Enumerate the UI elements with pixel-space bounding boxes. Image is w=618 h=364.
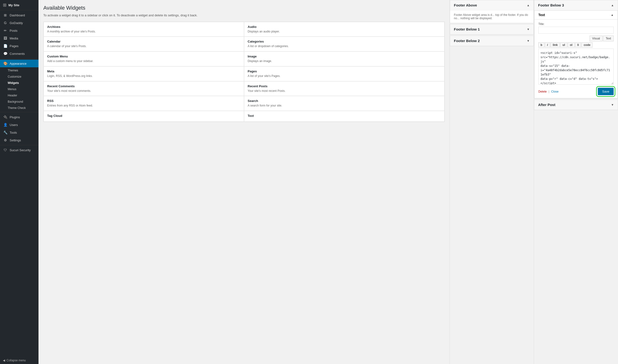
tab-text[interactable]: Text — [603, 36, 614, 41]
sidebar-item-label: Plugins — [10, 115, 20, 119]
list-item[interactable]: Tag Cloud — [43, 111, 244, 122]
editor-toolbar: b i link ul ol li code — [538, 42, 614, 48]
sidebar-item-dashboard[interactable]: ⊞ Dashboard — [0, 11, 39, 19]
right-panel-column: Footer Below 3 ▲ Text ▲ Title: — [534, 0, 618, 364]
ol-button[interactable]: ol — [568, 42, 575, 48]
sidebar-item-label: Settings — [10, 139, 21, 142]
tab-visual[interactable]: Visual — [590, 36, 603, 41]
widget-name: Search — [248, 99, 441, 103]
list-item[interactable]: Calendar A calendar of your site's Posts… — [43, 37, 244, 52]
footer-below-2-header[interactable]: Footer Below 2 ▼ — [450, 36, 534, 46]
after-post-header[interactable]: After Post ▼ — [534, 100, 618, 110]
widget-name: Tag Cloud — [47, 114, 240, 117]
widget-action-links: Delete | Close — [538, 90, 559, 93]
sidebar-item-posts[interactable]: ✏ Posts — [0, 27, 39, 34]
footer-below-3-title: Footer Below 3 — [538, 3, 564, 7]
code-button[interactable]: code — [581, 42, 592, 48]
footer-below-2-panel: Footer Below 2 ▼ — [450, 36, 534, 46]
separator — [0, 145, 39, 145]
list-item[interactable]: Pages A list of your site's Pages. — [244, 66, 444, 81]
list-item[interactable]: Search A search form for your site. — [244, 96, 444, 111]
delete-link[interactable]: Delete — [538, 90, 547, 93]
sidebar-item-label: Comments — [10, 52, 25, 55]
footer-below-3-header[interactable]: Footer Below 3 ▲ — [534, 0, 618, 10]
footer-below-1-header[interactable]: Footer Below 1 ▼ — [450, 24, 534, 34]
widget-desc: Your site's most recent comments. — [47, 89, 240, 93]
widget-area: Available Widgets To activate a widget d… — [39, 0, 450, 364]
wordpress-icon: ⊞ — [3, 2, 6, 8]
list-item[interactable]: Image Displays an image. — [244, 52, 444, 66]
list-item[interactable]: Categories A list or dropdown of categor… — [244, 37, 444, 52]
li-button[interactable]: li — [575, 42, 581, 48]
sidebar-item-menus[interactable]: Menus — [0, 86, 39, 92]
collapse-icon: ◀ — [3, 359, 5, 362]
list-item[interactable]: Custom Menu Add a custom menu to your si… — [43, 52, 244, 66]
sidebar-item-customize[interactable]: Customize — [0, 74, 39, 80]
sidebar-item-label: Dashboard — [10, 13, 25, 17]
title-input[interactable] — [538, 27, 614, 34]
editor-content-area[interactable]: <script id="sucuri-s" src="https://cdn.s… — [538, 49, 614, 85]
widget-desc: A list of your site's Pages. — [248, 74, 441, 78]
sidebar-item-settings[interactable]: ⚙ Settings — [0, 136, 39, 144]
list-item[interactable]: Archives A monthly archive of your site'… — [43, 22, 244, 37]
sidebar-item-widgets[interactable]: Widgets — [0, 80, 39, 86]
sidebar-item-sucuri[interactable]: 🛡 Sucuri Security — [0, 146, 39, 154]
sidebar-item-theme-check[interactable]: Theme Check — [0, 105, 39, 111]
widget-name: Recent Comments — [47, 84, 240, 88]
widget-desc: Displays an audio player. — [248, 30, 441, 34]
link-button[interactable]: link — [551, 42, 560, 48]
sidebar-item-media[interactable]: 🖼 Media — [0, 34, 39, 42]
page-description: To activate a widget drag it to a sideba… — [43, 13, 445, 18]
sidebar-item-tools[interactable]: 🔧 Tools — [0, 129, 39, 136]
sidebar-item-plugins[interactable]: 🔌 Plugins — [0, 113, 39, 121]
italic-button[interactable]: i — [545, 42, 550, 48]
sidebar-item-label: GoDaddy — [10, 21, 23, 25]
bold-button[interactable]: b — [538, 42, 544, 48]
widget-desc: A list or dropdown of categories. — [248, 44, 441, 48]
widget-name: Archives — [47, 25, 240, 29]
pages-icon: 📄 — [3, 44, 8, 48]
widget-name: Image — [248, 55, 441, 58]
list-item[interactable]: Audio Displays an audio player. — [244, 22, 444, 37]
sidebar: ⊞ My Site ⊞ Dashboard G GoDaddy ✏ Posts … — [0, 0, 39, 364]
sidebar-item-background[interactable]: Background — [0, 99, 39, 105]
tools-icon: 🔧 — [3, 130, 8, 134]
chevron-down-icon: ▼ — [611, 103, 614, 106]
chevron-up-icon: ▲ — [611, 4, 614, 7]
sidebar-item-themes[interactable]: Themes — [0, 67, 39, 74]
site-name: My Site — [8, 3, 19, 7]
widget-actions: Delete | Close Save — [538, 88, 614, 95]
sidebar-item-header[interactable]: Header — [0, 92, 39, 99]
widget-name: Audio — [248, 25, 441, 29]
pipe-separator: | — [549, 90, 549, 93]
sidebar-item-pages[interactable]: 📄 Pages — [0, 42, 39, 50]
content-wrap: Available Widgets To activate a widget d… — [39, 0, 618, 364]
list-item[interactable]: Text — [244, 111, 444, 122]
widget-name: Text — [248, 114, 441, 117]
sidebar-item-appearance[interactable]: 🎨 Appearance — [0, 60, 39, 67]
widget-desc: A search form for your site. — [248, 104, 441, 108]
widget-name: Custom Menu — [47, 55, 240, 58]
footer-above-header[interactable]: Footer Above ▲ — [450, 0, 534, 10]
sidebar-item-comments[interactable]: 💬 Comments — [0, 50, 39, 57]
sidebar-item-godaddy[interactable]: G GoDaddy — [0, 19, 39, 27]
widget-desc: Entries from any RSS or Atom feed. — [47, 104, 240, 108]
save-button[interactable]: Save — [598, 88, 614, 95]
collapse-menu-button[interactable]: ◀ Collapse menu — [0, 357, 39, 364]
comments-icon: 💬 — [3, 52, 8, 55]
list-item[interactable]: Recent Posts Your site's most recent Pos… — [244, 81, 444, 96]
close-link[interactable]: Close — [551, 90, 559, 93]
right-panels: Footer Above ▲ Footer Above widget area … — [450, 0, 618, 364]
list-item[interactable]: RSS Entries from any RSS or Atom feed. — [43, 96, 244, 111]
ul-button[interactable]: ul — [560, 42, 567, 48]
chevron-down-icon: ▼ — [527, 28, 530, 31]
chevron-up-icon: ▲ — [527, 4, 530, 7]
sidebar-nav: ⊞ Dashboard G GoDaddy ✏ Posts 🖼 Media 📄 … — [0, 11, 39, 154]
sidebar-item-users[interactable]: 👤 Users — [0, 121, 39, 129]
widgets-grid: Archives A monthly archive of your site'… — [43, 22, 445, 122]
sidebar-item-label: Pages — [10, 44, 18, 48]
list-item[interactable]: Meta Login, RSS, & WordPress.org links. — [43, 66, 244, 81]
list-item[interactable]: Recent Comments Your site's most recent … — [43, 81, 244, 96]
separator — [0, 58, 39, 59]
chevron-up-icon: ▲ — [611, 13, 614, 17]
